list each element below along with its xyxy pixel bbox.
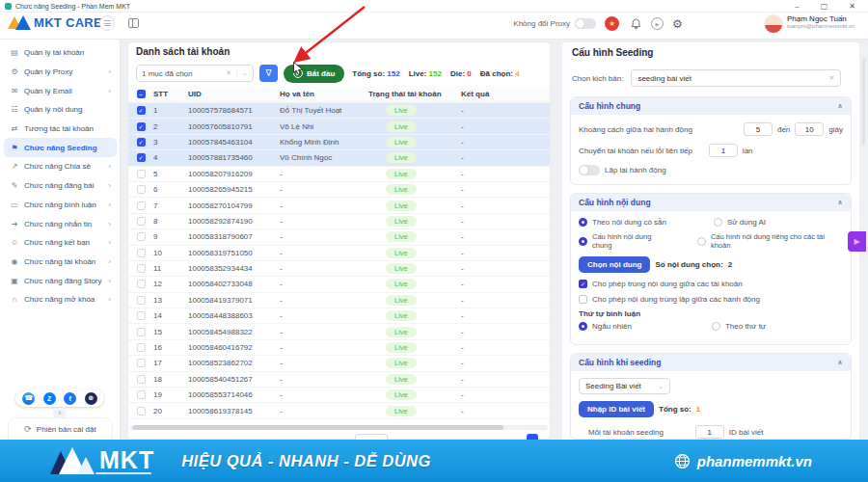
row-checkbox[interactable] — [137, 407, 146, 415]
sidebar-item-interaction[interactable]: ⇄Tương tác tài khoản — [4, 120, 117, 139]
settings-gear-icon[interactable]: ⚙ — [670, 16, 685, 31]
table-row[interactable]: 12100058402733048-Live- — [128, 277, 550, 292]
row-checkbox[interactable] — [137, 359, 146, 367]
sidebar-item-seeding[interactable]: ⚑Chức năng Seeding — [4, 138, 117, 157]
row-checkbox[interactable] — [137, 343, 146, 352]
row-checkbox[interactable] — [137, 217, 146, 226]
table-row[interactable]: ✓4100057881735460Vũ Chính NgọcLive- — [128, 150, 550, 166]
general-config-header[interactable]: Cấu hình chung ∧ — [571, 97, 851, 115]
table-row[interactable]: ✓2100057605810791Võ Lệ NhiLive- — [128, 119, 550, 134]
table-row[interactable]: 14100058448388603-Live- — [128, 308, 550, 324]
radio-sequence-order[interactable] — [712, 322, 720, 331]
table-row[interactable]: 7100058270104799-Live- — [128, 198, 550, 213]
radio-common-content[interactable] — [579, 237, 587, 246]
table-row[interactable]: 9100058318790607-Live- — [128, 229, 550, 245]
radio-random-order[interactable] — [579, 322, 587, 331]
row-checkbox[interactable] — [137, 201, 146, 210]
user-info[interactable]: Phạm Ngọc Tuấn tuanpm@phanmemmkt.vn — [787, 14, 847, 29]
table-row[interactable]: 15100058454988322-Live- — [128, 324, 550, 339]
seeding-action-header[interactable]: Cấu hình khi seeding ∧ — [571, 354, 851, 371]
row-checkbox[interactable] — [137, 390, 146, 399]
sidebar-item-proxy[interactable]: ⚙Quản lý Proxy› — [4, 63, 117, 82]
website-globe-icon[interactable]: ⊕ — [85, 392, 97, 405]
row-checkbox[interactable] — [137, 328, 146, 336]
table-row[interactable]: ✓3100057845463104Khổng Minh ĐịnhLive- — [128, 135, 550, 150]
row-checkbox[interactable] — [137, 375, 146, 384]
table-row[interactable]: ✓1100057578684571Đỗ Thị Tuyết HoạtLive- — [128, 103, 550, 119]
sidebar-item-message[interactable]: ➔Chức năng nhắn tin› — [4, 214, 117, 233]
row-checkbox[interactable] — [137, 232, 146, 241]
radio-separate-content[interactable] — [697, 237, 706, 246]
sidebar-item-account-manager[interactable]: ▤Quản lý tài khoản — [4, 43, 117, 63]
vietnam-flag-icon[interactable]: ★ — [605, 16, 619, 31]
close-button[interactable]: ✕ — [849, 0, 855, 13]
proxy-toggle[interactable] — [575, 18, 596, 29]
gap-from-input[interactable]: 5 — [744, 122, 773, 136]
version-button[interactable]: ⟳ Phiên bản cài đặt — [8, 417, 113, 441]
sidebar-collapse-button[interactable]: ☰ — [99, 15, 115, 31]
row-checkbox[interactable] — [137, 280, 146, 288]
sidebar-item-unlock[interactable]: ∩Chức năng mở khóa› — [4, 290, 117, 309]
maximize-button[interactable]: ▢ — [821, 0, 828, 13]
horizontal-scrollbar[interactable] — [130, 425, 548, 430]
table-row[interactable]: 10100058319751050-Live- — [128, 246, 550, 261]
notification-bell-icon[interactable] — [629, 16, 643, 31]
table-row[interactable]: 17100058523862702-Live- — [128, 356, 550, 371]
tutorial-play-icon[interactable]: ▶ — [651, 17, 664, 30]
row-checkbox[interactable]: ✓ — [137, 138, 146, 147]
table-row[interactable]: 20100058619378145-Live- — [128, 403, 550, 418]
minimize-button[interactable]: – — [795, 0, 799, 13]
sidebar-item-share[interactable]: ↗Chức năng Chia sẻ› — [4, 157, 117, 176]
zalo-icon[interactable]: Z — [43, 392, 56, 405]
row-checkbox[interactable] — [137, 170, 146, 178]
table-row[interactable]: 16100058460416792-Live- — [128, 340, 550, 356]
selection-dropdown[interactable]: 1 mục đã chọn ✕ ⌄ — [136, 65, 254, 82]
sidebar-item-post[interactable]: ✎Chức năng đăng bài› — [4, 176, 117, 196]
panel-toggle-icon[interactable] — [128, 18, 139, 28]
config-scrollbar[interactable] — [862, 58, 865, 145]
sidebar-item-account-feature[interactable]: ◉Chức năng tài khoản› — [4, 253, 117, 272]
row-checkbox[interactable] — [137, 296, 146, 305]
per-account-input[interactable]: 1 — [695, 425, 724, 439]
gap-to-input[interactable]: 10 — [795, 122, 824, 136]
row-checkbox[interactable] — [137, 264, 146, 273]
enter-post-id-button[interactable]: Nhập ID bài viết — [579, 401, 654, 417]
radio-use-ai[interactable] — [714, 218, 722, 227]
sidebar-item-content[interactable]: ☷Quản lý nội dung — [4, 100, 117, 120]
choose-content-button[interactable]: Chọn nội dung — [579, 256, 650, 273]
row-checkbox[interactable] — [137, 311, 146, 320]
scenario-input[interactable]: seeding bài viết ✕ — [631, 69, 841, 87]
checkbox-dup-accounts[interactable]: ✓ — [579, 280, 587, 288]
table-row[interactable]: 18100058540451267-Live- — [128, 372, 550, 388]
floating-play-button[interactable]: ▶ — [848, 231, 866, 252]
table-row[interactable]: 5100058207916209-Live- — [128, 167, 550, 182]
row-checkbox[interactable]: ✓ — [137, 106, 146, 115]
checkbox-dup-actions[interactable] — [579, 295, 587, 304]
row-checkbox[interactable] — [137, 185, 146, 194]
sidebar-item-email[interactable]: ✉Quản lý Email› — [4, 81, 117, 100]
version-collapse-handle[interactable]: ∧ — [53, 410, 67, 417]
row-checkbox[interactable]: ✓ — [137, 153, 146, 162]
table-row[interactable]: 19100058553714046-Live- — [128, 388, 550, 403]
clear-selection-icon[interactable]: ✕ — [226, 69, 236, 77]
clear-scenario-icon[interactable]: ✕ — [829, 74, 835, 82]
sidebar-item-comment[interactable]: ▭Chức năng bình luận› — [4, 196, 117, 215]
table-row[interactable]: 13100058419379071-Live- — [128, 293, 550, 308]
seeding-type-select[interactable]: Seeding Bài viết ⌄ — [579, 378, 670, 394]
row-checkbox[interactable] — [137, 249, 146, 257]
user-avatar[interactable] — [764, 14, 783, 34]
select-all-checkbox[interactable]: – — [137, 90, 146, 98]
content-config-header[interactable]: Cấu hình nội dung ∧ — [571, 194, 851, 211]
repeat-toggle[interactable] — [579, 165, 600, 175]
table-row[interactable]: 6100058265945215-Live- — [128, 182, 550, 198]
table-row[interactable]: 11100058352934434-Live- — [128, 261, 550, 277]
support-headset-icon[interactable]: ☎ — [22, 392, 35, 405]
facebook-icon[interactable]: f — [64, 392, 76, 405]
row-checkbox[interactable]: ✓ — [137, 122, 146, 131]
switch-input[interactable]: 1 — [709, 144, 738, 157]
cell-status: Live — [368, 121, 461, 132]
sidebar-item-story[interactable]: ▣Chức năng đăng Story› — [4, 271, 117, 290]
sidebar-item-friend[interactable]: ☺Chức năng kết bạn› — [4, 233, 117, 253]
radio-available-content[interactable] — [579, 218, 587, 227]
table-row[interactable]: 8100058292874190-Live- — [128, 214, 550, 229]
